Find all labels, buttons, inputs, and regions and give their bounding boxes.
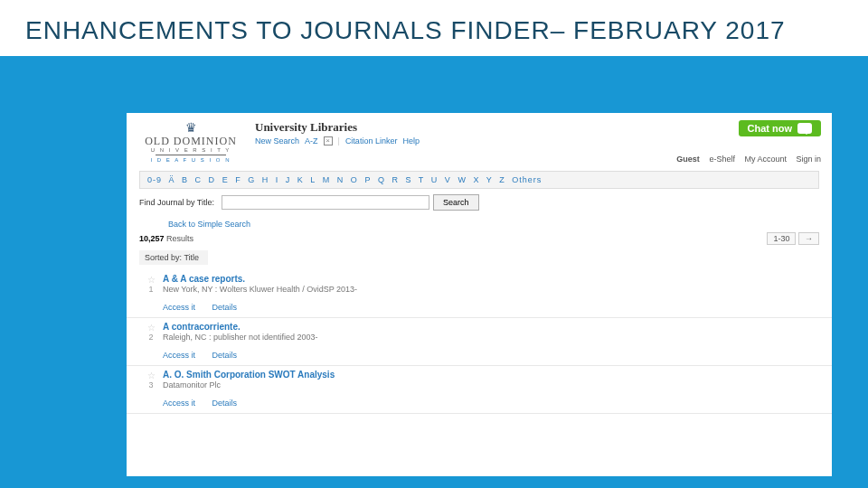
logo-sub: U N I V E R S I T Y <box>137 147 244 153</box>
link-details[interactable]: Details <box>212 351 238 360</box>
link-details[interactable]: Details <box>212 399 238 408</box>
logo-tag: I D E A F U S I O N <box>137 157 244 163</box>
star-icon[interactable]: ☆ <box>139 371 163 380</box>
az-letter[interactable]: J <box>286 175 291 184</box>
az-letter[interactable]: B <box>182 175 188 184</box>
results-meta: 10,257 Results 1-30 → <box>139 232 819 245</box>
tab-divider: | <box>338 136 340 145</box>
az-letter[interactable]: M <box>323 175 331 184</box>
az-letter[interactable]: F <box>235 175 241 184</box>
slide-title-bar: ENHANCEMENTS TO JOURNALS FINDER– FEBRUAR… <box>0 0 868 56</box>
count-number: 10,257 <box>139 234 165 243</box>
link-access-it[interactable]: Access it <box>163 303 195 312</box>
result-publisher: Datamonitor Plc <box>163 380 819 389</box>
az-letter[interactable]: Y <box>486 175 493 184</box>
results-count: 10,257 Results <box>139 234 193 243</box>
search-row: Find Journal by Title: Search <box>139 194 819 211</box>
result-item: ☆ 1 A & A case reports. New York, NY : W… <box>127 270 832 318</box>
result-index-col: ☆ 1 <box>139 274 163 317</box>
logo-main: OLD DOMINION <box>137 135 244 148</box>
close-tab-icon[interactable]: × <box>324 136 333 145</box>
result-item: ☆ 3 A. O. Smith Corporation SWOT Analysi… <box>127 366 832 414</box>
result-title[interactable]: A. O. Smith Corporation SWOT Analysis <box>163 370 819 380</box>
search-button[interactable]: Search <box>433 194 479 211</box>
tab-new-search[interactable]: New Search <box>255 136 299 145</box>
az-letter[interactable]: L <box>310 175 316 184</box>
sort-row[interactable]: Sorted by: Title <box>139 250 208 265</box>
link-myaccount[interactable]: My Account <box>744 155 787 164</box>
az-letter[interactable]: G <box>248 175 255 184</box>
library-name: University Libraries <box>255 120 669 135</box>
az-letter[interactable]: R <box>392 175 399 184</box>
sort-value: Title <box>184 253 199 262</box>
star-icon[interactable]: ☆ <box>139 276 163 285</box>
result-title[interactable]: A & A case reports. <box>163 274 819 284</box>
az-letter[interactable]: H <box>262 175 269 184</box>
page-range[interactable]: 1-30 <box>767 232 796 245</box>
result-item: ☆ 2 A contracorriente. Raleigh, NC : pub… <box>127 318 832 366</box>
tab-az[interactable]: A-Z <box>305 136 318 145</box>
result-publisher: New York, NY : Wolters Kluwer Health / O… <box>163 285 819 294</box>
link-access-it[interactable]: Access it <box>163 399 195 408</box>
az-letter[interactable]: Others <box>512 175 542 184</box>
az-letter[interactable]: U <box>431 175 439 184</box>
header-right: Chat now Guest e-Shelf My Account Sign i… <box>669 120 821 164</box>
link-access-it[interactable]: Access it <box>163 351 195 360</box>
slide-title: ENHANCEMENTS TO JOURNALS FINDER– FEBRUAR… <box>25 16 843 45</box>
sort-label: Sorted by: <box>145 253 182 262</box>
tab-help[interactable]: Help <box>402 136 420 145</box>
az-letter[interactable]: K <box>297 175 304 184</box>
user-links: Guest e-Shelf My Account Sign in <box>669 155 821 164</box>
link-eshelf[interactable]: e-Shelf <box>709 155 735 164</box>
result-number: 3 <box>139 380 163 389</box>
az-letter[interactable]: I <box>276 175 279 184</box>
app-screenshot: ♛ OLD DOMINION U N I V E R S I T Y I D E… <box>127 113 832 476</box>
result-index-col: ☆ 3 <box>139 370 163 413</box>
header: ♛ OLD DOMINION U N I V E R S I T Y I D E… <box>127 113 832 165</box>
pagination: 1-30 → <box>767 232 819 245</box>
az-letter[interactable]: S <box>405 175 411 184</box>
search-label: Find Journal by Title: <box>139 198 214 207</box>
az-letter[interactable]: 0-9 <box>147 175 162 184</box>
header-tabs: New Search A-Z × | Citation Linker Help <box>255 136 669 145</box>
az-letter[interactable]: N <box>337 175 344 184</box>
result-body: A. O. Smith Corporation SWOT Analysis Da… <box>163 370 819 413</box>
chat-now-button[interactable]: Chat now <box>739 120 822 136</box>
chat-bubble-icon <box>797 123 812 134</box>
result-body: A & A case reports. New York, NY : Wolte… <box>163 274 819 317</box>
result-links: Access it Details <box>163 351 819 360</box>
az-letter[interactable]: D <box>209 175 216 184</box>
result-number: 1 <box>139 285 163 294</box>
result-body: A contracorriente. Raleigh, NC : publish… <box>163 322 819 365</box>
result-title[interactable]: A contracorriente. <box>163 322 819 332</box>
result-links: Access it Details <box>163 303 819 312</box>
back-to-simple-search[interactable]: Back to Simple Search <box>168 220 832 229</box>
az-letter[interactable]: O <box>351 175 358 184</box>
az-letter[interactable]: Ä <box>169 175 175 184</box>
institution-logo[interactable]: ♛ OLD DOMINION U N I V E R S I T Y I D E… <box>137 120 244 163</box>
page-next[interactable]: → <box>798 232 819 245</box>
result-publisher: Raleigh, NC : publisher not identified 2… <box>163 333 819 342</box>
link-details[interactable]: Details <box>212 303 238 312</box>
az-letter[interactable]: Z <box>499 175 505 184</box>
az-letter[interactable]: W <box>458 175 467 184</box>
az-letter[interactable]: P <box>364 175 371 184</box>
link-signin[interactable]: Sign in <box>796 155 821 164</box>
az-letter[interactable]: E <box>222 175 229 184</box>
az-letter[interactable]: T <box>419 175 425 184</box>
crown-icon: ♛ <box>137 120 244 135</box>
az-letter[interactable]: X <box>473 175 479 184</box>
result-number: 2 <box>139 333 163 342</box>
result-links: Access it Details <box>163 399 819 408</box>
result-index-col: ☆ 2 <box>139 322 163 365</box>
az-letter[interactable]: Q <box>378 175 385 184</box>
tab-citation[interactable]: Citation Linker <box>345 136 398 145</box>
header-middle: University Libraries New Search A-Z × | … <box>244 120 669 145</box>
search-input[interactable] <box>222 195 429 210</box>
az-letter[interactable]: V <box>445 175 451 184</box>
chat-label: Chat now <box>748 123 793 134</box>
logo-divider <box>156 155 226 155</box>
az-letter[interactable]: C <box>195 175 203 184</box>
star-icon[interactable]: ☆ <box>139 324 163 333</box>
user-guest: Guest <box>676 155 700 164</box>
